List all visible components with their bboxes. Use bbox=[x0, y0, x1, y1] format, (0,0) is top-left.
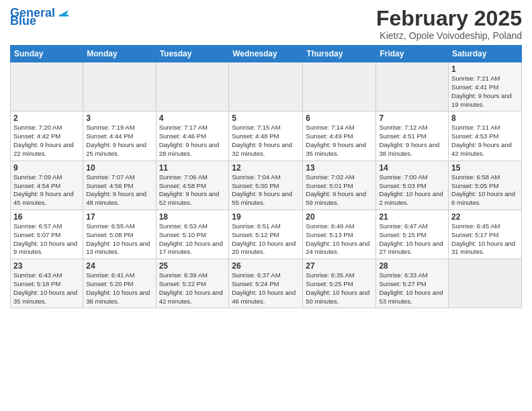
calendar-day: 7Sunrise: 7:12 AM Sunset: 4:51 PM Daylig… bbox=[376, 111, 449, 161]
calendar-week-row: 23Sunrise: 6:43 AM Sunset: 5:18 PM Dayli… bbox=[11, 259, 522, 308]
calendar-day: 21Sunrise: 6:47 AM Sunset: 5:15 PM Dayli… bbox=[376, 210, 449, 259]
day-info: Sunrise: 6:58 AM Sunset: 5:05 PM Dayligh… bbox=[451, 173, 519, 208]
day-number: 12 bbox=[232, 163, 300, 173]
calendar-day: 5Sunrise: 7:15 AM Sunset: 4:48 PM Daylig… bbox=[229, 111, 303, 161]
calendar-day: 6Sunrise: 7:14 AM Sunset: 4:49 PM Daylig… bbox=[303, 111, 376, 161]
calendar-table: Sunday Monday Tuesday Wednesday Thursday… bbox=[10, 45, 522, 308]
calendar-day: 16Sunrise: 6:57 AM Sunset: 5:07 PM Dayli… bbox=[11, 210, 83, 259]
calendar-day bbox=[449, 259, 522, 308]
calendar-day: 17Sunrise: 6:55 AM Sunset: 5:08 PM Dayli… bbox=[83, 210, 156, 259]
calendar-week-row: 16Sunrise: 6:57 AM Sunset: 5:07 PM Dayli… bbox=[11, 210, 522, 259]
calendar-day: 23Sunrise: 6:43 AM Sunset: 5:18 PM Dayli… bbox=[11, 259, 83, 308]
day-number: 15 bbox=[451, 163, 519, 173]
day-number: 14 bbox=[379, 163, 445, 173]
col-saturday: Saturday bbox=[449, 46, 522, 62]
calendar-day: 14Sunrise: 7:00 AM Sunset: 5:03 PM Dayli… bbox=[376, 161, 449, 210]
calendar-day: 15Sunrise: 6:58 AM Sunset: 5:05 PM Dayli… bbox=[449, 161, 522, 210]
day-info: Sunrise: 7:21 AM Sunset: 4:41 PM Dayligh… bbox=[451, 75, 519, 109]
day-info: Sunrise: 6:37 AM Sunset: 5:24 PM Dayligh… bbox=[232, 271, 300, 306]
day-number: 2 bbox=[13, 113, 80, 123]
calendar-day: 24Sunrise: 6:41 AM Sunset: 5:20 PM Dayli… bbox=[83, 259, 156, 308]
day-info: Sunrise: 6:33 AM Sunset: 5:27 PM Dayligh… bbox=[379, 271, 445, 306]
calendar-day bbox=[83, 62, 156, 111]
day-info: Sunrise: 7:14 AM Sunset: 4:49 PM Dayligh… bbox=[306, 124, 373, 158]
day-number: 1 bbox=[451, 64, 519, 74]
day-number: 4 bbox=[159, 113, 226, 123]
calendar-day: 3Sunrise: 7:19 AM Sunset: 4:44 PM Daylig… bbox=[83, 111, 156, 161]
header: General Blue February 2025 Kietrz, Opole… bbox=[10, 7, 522, 41]
day-number: 17 bbox=[86, 212, 152, 222]
header-right: February 2025 Kietrz, Opole Voivodeship,… bbox=[376, 7, 522, 41]
day-number: 21 bbox=[379, 212, 445, 222]
location: Kietrz, Opole Voivodeship, Poland bbox=[376, 30, 522, 41]
day-info: Sunrise: 7:12 AM Sunset: 4:51 PM Dayligh… bbox=[379, 124, 445, 158]
day-info: Sunrise: 6:41 AM Sunset: 5:20 PM Dayligh… bbox=[86, 271, 152, 306]
day-number: 23 bbox=[13, 261, 80, 271]
day-number: 13 bbox=[306, 163, 373, 173]
calendar-day: 19Sunrise: 6:51 AM Sunset: 5:12 PM Dayli… bbox=[229, 210, 303, 259]
day-info: Sunrise: 7:11 AM Sunset: 4:53 PM Dayligh… bbox=[451, 124, 519, 158]
calendar-week-row: 1Sunrise: 7:21 AM Sunset: 4:41 PM Daylig… bbox=[11, 62, 522, 111]
calendar-day bbox=[11, 62, 83, 111]
day-info: Sunrise: 7:04 AM Sunset: 5:00 PM Dayligh… bbox=[232, 173, 300, 208]
day-info: Sunrise: 6:35 AM Sunset: 5:25 PM Dayligh… bbox=[306, 271, 373, 306]
svg-rect-1 bbox=[59, 15, 69, 17]
calendar-day: 18Sunrise: 6:53 AM Sunset: 5:10 PM Dayli… bbox=[156, 210, 229, 259]
day-number: 5 bbox=[232, 113, 300, 123]
calendar-day: 27Sunrise: 6:35 AM Sunset: 5:25 PM Dayli… bbox=[303, 259, 376, 308]
day-info: Sunrise: 6:55 AM Sunset: 5:08 PM Dayligh… bbox=[86, 222, 152, 257]
day-number: 3 bbox=[86, 113, 152, 123]
calendar-day: 4Sunrise: 7:17 AM Sunset: 4:46 PM Daylig… bbox=[156, 111, 229, 161]
col-friday: Friday bbox=[376, 46, 449, 62]
day-info: Sunrise: 6:43 AM Sunset: 5:18 PM Dayligh… bbox=[13, 271, 80, 306]
day-number: 11 bbox=[159, 163, 226, 173]
day-info: Sunrise: 6:49 AM Sunset: 5:13 PM Dayligh… bbox=[306, 222, 373, 257]
calendar-day: 9Sunrise: 7:09 AM Sunset: 4:54 PM Daylig… bbox=[11, 161, 83, 210]
calendar-day bbox=[303, 62, 376, 111]
day-number: 9 bbox=[13, 163, 80, 173]
day-info: Sunrise: 7:15 AM Sunset: 4:48 PM Dayligh… bbox=[232, 124, 300, 158]
calendar-week-row: 2Sunrise: 7:20 AM Sunset: 4:42 PM Daylig… bbox=[11, 111, 522, 161]
day-info: Sunrise: 7:00 AM Sunset: 5:03 PM Dayligh… bbox=[379, 173, 445, 208]
day-info: Sunrise: 7:07 AM Sunset: 4:56 PM Dayligh… bbox=[86, 173, 152, 208]
day-number: 24 bbox=[86, 261, 152, 271]
day-number: 26 bbox=[232, 261, 300, 271]
col-tuesday: Tuesday bbox=[156, 46, 229, 62]
day-info: Sunrise: 6:53 AM Sunset: 5:10 PM Dayligh… bbox=[159, 222, 226, 257]
calendar-day: 13Sunrise: 7:02 AM Sunset: 5:01 PM Dayli… bbox=[303, 161, 376, 210]
day-info: Sunrise: 7:02 AM Sunset: 5:01 PM Dayligh… bbox=[306, 173, 373, 208]
day-info: Sunrise: 7:09 AM Sunset: 4:54 PM Dayligh… bbox=[13, 173, 80, 208]
calendar-day bbox=[156, 62, 229, 111]
day-info: Sunrise: 6:51 AM Sunset: 5:12 PM Dayligh… bbox=[232, 222, 300, 257]
day-info: Sunrise: 6:45 AM Sunset: 5:17 PM Dayligh… bbox=[451, 222, 519, 257]
day-number: 27 bbox=[306, 261, 373, 271]
day-number: 19 bbox=[232, 212, 300, 222]
calendar-day: 10Sunrise: 7:07 AM Sunset: 4:56 PM Dayli… bbox=[83, 161, 156, 210]
day-number: 6 bbox=[306, 113, 373, 123]
logo-blue: Blue bbox=[10, 15, 36, 27]
page: General Blue February 2025 Kietrz, Opole… bbox=[0, 0, 532, 411]
day-number: 8 bbox=[451, 113, 519, 123]
day-info: Sunrise: 7:19 AM Sunset: 4:44 PM Dayligh… bbox=[86, 124, 152, 158]
day-number: 20 bbox=[306, 212, 373, 222]
calendar-day: 22Sunrise: 6:45 AM Sunset: 5:17 PM Dayli… bbox=[449, 210, 522, 259]
col-sunday: Sunday bbox=[11, 46, 83, 62]
day-info: Sunrise: 7:20 AM Sunset: 4:42 PM Dayligh… bbox=[13, 124, 80, 158]
calendar-week-row: 9Sunrise: 7:09 AM Sunset: 4:54 PM Daylig… bbox=[11, 161, 522, 210]
month-title: February 2025 bbox=[376, 7, 522, 30]
day-number: 7 bbox=[379, 113, 445, 123]
calendar-day: 1Sunrise: 7:21 AM Sunset: 4:41 PM Daylig… bbox=[449, 62, 522, 111]
day-info: Sunrise: 6:57 AM Sunset: 5:07 PM Dayligh… bbox=[13, 222, 80, 257]
col-thursday: Thursday bbox=[303, 46, 376, 62]
logo-icon bbox=[56, 3, 71, 18]
calendar-day bbox=[229, 62, 303, 111]
calendar-day: 2Sunrise: 7:20 AM Sunset: 4:42 PM Daylig… bbox=[11, 111, 83, 161]
calendar-day: 20Sunrise: 6:49 AM Sunset: 5:13 PM Dayli… bbox=[303, 210, 376, 259]
day-info: Sunrise: 6:47 AM Sunset: 5:15 PM Dayligh… bbox=[379, 222, 445, 257]
svg-marker-0 bbox=[59, 10, 69, 15]
day-number: 10 bbox=[86, 163, 152, 173]
day-number: 25 bbox=[159, 261, 226, 271]
calendar-header-row: Sunday Monday Tuesday Wednesday Thursday… bbox=[11, 46, 522, 62]
day-number: 16 bbox=[13, 212, 80, 222]
calendar-day: 28Sunrise: 6:33 AM Sunset: 5:27 PM Dayli… bbox=[376, 259, 449, 308]
